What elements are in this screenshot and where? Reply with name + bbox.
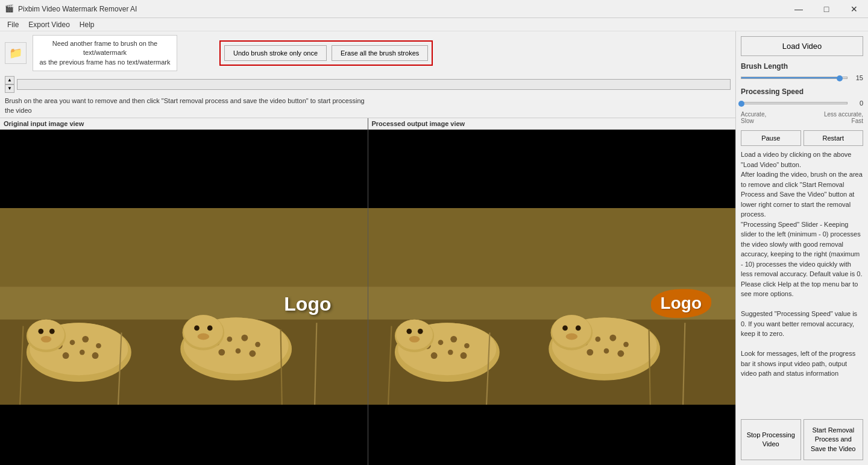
svg-point-41 [438, 340, 443, 345]
brush-length-slider-container: 15 [741, 74, 863, 81]
svg-point-46 [460, 352, 467, 359]
svg-point-8 [96, 343, 101, 349]
svg-point-42 [450, 336, 457, 343]
svg-point-14 [38, 329, 43, 334]
left-cheetah-image: Logo [0, 208, 368, 405]
progress-bar[interactable] [17, 79, 731, 90]
processing-speed-label: Processing Speed [741, 87, 863, 96]
left-bottom-black-band [0, 405, 368, 465]
logo-watermark-output: Logo [651, 289, 711, 318]
app-title: Pixbim Video Watermark Remover AI [18, 5, 137, 13]
svg-point-51 [409, 336, 419, 343]
open-folder-button[interactable]: 📁 [5, 42, 27, 64]
menu-file[interactable]: File [2, 19, 24, 30]
svg-point-24 [236, 349, 241, 354]
svg-point-63 [562, 325, 568, 331]
scroll-buttons: ▲ ▼ [5, 76, 14, 93]
right-video-panel: Processed output image view [368, 118, 736, 465]
app-icon: 🎬 [5, 4, 14, 14]
menu-help[interactable]: Help [75, 19, 99, 30]
svg-point-56 [609, 335, 616, 341]
svg-point-58 [587, 349, 593, 356]
window-controls: — □ ✕ [785, 0, 868, 18]
processing-speed-slider-container: 0 [741, 100, 863, 107]
left-video-panel: Original input image view [0, 118, 368, 465]
processing-speed-track[interactable] [741, 102, 848, 104]
brush-length-value: 15 [851, 74, 863, 81]
svg-point-21 [241, 335, 248, 341]
progress-row: ▲ ▼ [0, 75, 735, 94]
svg-point-44 [430, 352, 437, 359]
svg-point-6 [70, 340, 75, 345]
svg-point-10 [80, 350, 85, 355]
svg-point-64 [575, 325, 580, 331]
menubar: File Export Video Help [0, 18, 868, 31]
svg-point-55 [595, 337, 600, 342]
content-area: 📁 Need another frame to brush on the tex… [0, 31, 735, 465]
bottom-buttons: Stop Processing Video Start Removal Proc… [741, 419, 863, 460]
right-sidebar: Load Video Brush Length 15 Processing Sp… [735, 31, 868, 465]
svg-point-59 [603, 349, 609, 354]
svg-point-23 [218, 349, 225, 356]
toolbar-row: 📁 Need another frame to brush on the tex… [0, 31, 735, 75]
scroll-down-button[interactable]: ▼ [5, 84, 14, 93]
svg-point-7 [82, 336, 89, 343]
instructions: Brush on the area you want to remove and… [0, 94, 735, 118]
start-removal-button[interactable]: Start Removal Process and Save the Video [804, 419, 864, 460]
svg-point-65 [565, 334, 577, 340]
speed-label-right: Less accurate,Fast [824, 111, 863, 124]
undo-brush-button[interactable]: Undo brush stroke only once [224, 45, 327, 61]
instruction-line1: Brush on the area you want to remove and… [5, 97, 365, 104]
info-box: Need another frame to brush on the text/… [33, 35, 177, 71]
brush-length-fill [741, 77, 840, 78]
right-top-black-band [368, 130, 736, 208]
svg-point-57 [623, 342, 629, 347]
minimize-button[interactable]: — [785, 0, 813, 18]
brush-length-label: Brush Length [741, 62, 863, 71]
menu-export-video[interactable]: Export Video [24, 19, 75, 30]
svg-point-16 [41, 336, 51, 343]
maximize-button[interactable]: □ [813, 0, 840, 18]
stop-processing-button[interactable]: Stop Processing Video [741, 419, 801, 460]
folder-icon: 📁 [9, 46, 22, 60]
svg-point-62 [552, 315, 591, 347]
brush-length-thumb[interactable] [837, 75, 843, 81]
action-buttons: Pause Restart [741, 130, 863, 146]
left-top-black-band [0, 130, 368, 208]
help-text: Load a video by clicking on the above "L… [741, 150, 863, 416]
instruction-line2: the video [5, 107, 32, 114]
load-video-button[interactable]: Load Video [741, 36, 863, 56]
help-paragraph-1: Load a video by clicking on the above "L… [741, 150, 863, 299]
svg-point-15 [49, 329, 55, 334]
svg-point-20 [227, 337, 232, 342]
processing-speed-value: 0 [851, 100, 863, 107]
right-bottom-black-band [368, 405, 736, 465]
help-paragraph-3: Look for messages, left of the progress … [741, 349, 863, 379]
help-paragraph-2: Suggested "Processing Speed" value is 0.… [741, 309, 863, 339]
right-panel-header: Processed output image view [368, 118, 736, 130]
speed-labels: Accurate,Slow Less accurate,Fast [741, 111, 863, 124]
left-panel-content[interactable]: Logo [0, 130, 368, 465]
right-panel-content[interactable]: Logo [368, 130, 736, 465]
svg-point-22 [255, 342, 260, 347]
restart-button[interactable]: Restart [804, 130, 864, 146]
close-button[interactable]: ✕ [840, 0, 868, 18]
svg-point-30 [198, 334, 210, 340]
left-panel-header: Original input image view [0, 118, 368, 130]
right-cheetah-image: Logo [368, 208, 736, 405]
svg-point-11 [92, 352, 99, 359]
svg-point-43 [464, 343, 470, 349]
brush-length-track[interactable] [741, 77, 848, 79]
info-line2: as the previous frame has no text/waterm… [39, 59, 170, 66]
scroll-up-button[interactable]: ▲ [5, 76, 14, 84]
svg-point-27 [184, 315, 223, 347]
svg-point-48 [396, 320, 433, 350]
svg-point-49 [406, 329, 412, 334]
pause-button[interactable]: Pause [741, 130, 801, 146]
svg-point-9 [63, 352, 69, 359]
erase-all-button[interactable]: Erase all the brush strokes [332, 45, 428, 61]
titlebar: 🎬 Pixbim Video Watermark Remover AI — □ … [0, 0, 868, 18]
brush-controls: Undo brush stroke only once Erase all th… [219, 40, 433, 66]
svg-point-50 [417, 329, 423, 334]
processing-speed-thumb[interactable] [738, 101, 744, 107]
